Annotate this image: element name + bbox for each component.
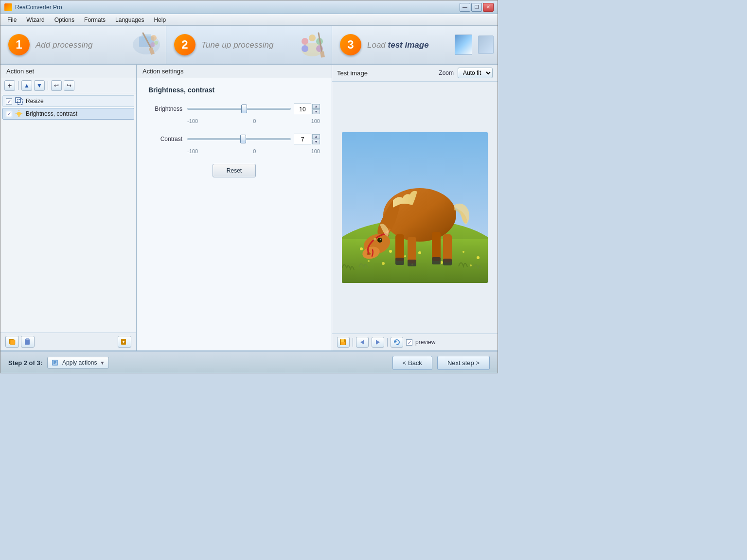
footer-sep-2 bbox=[387, 338, 388, 347]
footer-btn-copy[interactable] bbox=[5, 336, 19, 348]
resize-icon bbox=[15, 97, 23, 105]
brightness-zero: 0 bbox=[253, 118, 256, 124]
brightness-spinner: ▲ ▼ bbox=[312, 104, 320, 114]
svg-rect-62 bbox=[443, 234, 452, 262]
apply-icon bbox=[52, 359, 59, 366]
add-action-button[interactable]: + bbox=[4, 80, 15, 91]
move-up-button[interactable]: ▲ bbox=[21, 80, 32, 91]
preview-checkbox[interactable]: ✓ bbox=[406, 339, 412, 346]
action-set-panel: Action set + ▲ ▼ ↩ ↪ ✓ Resize ✓ bbox=[0, 65, 137, 350]
restore-button[interactable]: ❐ bbox=[471, 3, 482, 12]
action-set-toolbar: + ▲ ▼ ↩ ↪ bbox=[0, 78, 136, 93]
action-settings-header: Action settings bbox=[137, 65, 332, 78]
step-3-text: Load test image bbox=[367, 40, 429, 50]
step-indicator: Step 2 of 3: bbox=[8, 359, 42, 367]
contrast-min: -100 bbox=[187, 148, 198, 154]
svg-rect-65 bbox=[341, 339, 344, 342]
contrast-scale: -100 0 100 bbox=[148, 148, 320, 154]
action-item-brightness[interactable]: ✓ Brightness, contrast bbox=[2, 108, 134, 120]
test-image-header: Test image Zoom Auto fit 25% 50% 75% 100… bbox=[332, 65, 498, 82]
brightness-row: Brightness 10 ▲ ▼ bbox=[148, 104, 320, 114]
image-container bbox=[332, 82, 498, 333]
svg-rect-17 bbox=[18, 100, 22, 105]
svg-marker-68 bbox=[376, 340, 380, 345]
undo-button[interactable]: ↩ bbox=[51, 80, 62, 91]
test-image-display bbox=[342, 132, 488, 283]
add-file-icon bbox=[121, 338, 128, 345]
brightness-slider-container[interactable] bbox=[187, 104, 291, 114]
svg-point-19 bbox=[17, 112, 21, 116]
step-2-decoration bbox=[293, 26, 332, 64]
brightness-track[interactable] bbox=[187, 108, 291, 110]
action-label-brightness: Brightness, contrast bbox=[26, 110, 77, 117]
save-image-button[interactable] bbox=[337, 337, 350, 348]
action-set-header: Action set bbox=[0, 65, 136, 78]
test-image-footer: ✓ preview bbox=[332, 333, 498, 350]
menu-wizard[interactable]: Wizard bbox=[21, 16, 49, 24]
brightness-scale: -100 0 100 bbox=[148, 118, 320, 124]
menu-formats[interactable]: Formats bbox=[79, 16, 110, 24]
reset-button[interactable]: Reset bbox=[213, 164, 256, 177]
step-2-section[interactable]: 2 Tune up processing bbox=[166, 26, 332, 64]
menu-help[interactable]: Help bbox=[149, 16, 171, 24]
test-image-panel: Test image Zoom Auto fit 25% 50% 75% 100… bbox=[332, 65, 498, 350]
step-1-section[interactable]: 1 Add processing bbox=[0, 26, 166, 64]
brightness-down[interactable]: ▼ bbox=[312, 109, 320, 114]
close-button[interactable]: ✕ bbox=[483, 3, 494, 12]
step-3-decoration bbox=[455, 26, 494, 64]
svg-point-10 bbox=[309, 35, 316, 41]
step-2-text: Tune up processing bbox=[201, 40, 273, 50]
action-checkbox-brightness[interactable]: ✓ bbox=[6, 111, 12, 117]
next-button[interactable]: Next step > bbox=[437, 356, 490, 370]
settings-title: Brightness, contrast bbox=[148, 86, 320, 94]
contrast-track[interactable] bbox=[187, 138, 291, 140]
refresh-button[interactable] bbox=[391, 337, 403, 348]
paste-icon bbox=[24, 338, 32, 345]
brightness-value[interactable]: 10 bbox=[294, 104, 311, 114]
brightness-up[interactable]: ▲ bbox=[312, 104, 320, 109]
move-down-button[interactable]: ▼ bbox=[34, 80, 45, 91]
contrast-value[interactable]: 7 bbox=[294, 134, 311, 144]
step-2-number: 2 bbox=[174, 34, 196, 55]
titlebar: ReaConverter Pro — ❐ ✕ bbox=[0, 0, 498, 14]
action-item-resize[interactable]: ✓ Resize bbox=[2, 95, 134, 107]
back-button[interactable]: < Back bbox=[392, 356, 432, 370]
brightness-thumb[interactable] bbox=[241, 105, 247, 113]
footer-btn-paste[interactable] bbox=[21, 336, 35, 348]
menu-languages[interactable]: Languages bbox=[110, 16, 149, 24]
step-3-section[interactable]: 3 Load test image bbox=[332, 26, 498, 64]
svg-rect-60 bbox=[432, 232, 441, 261]
contrast-label: Contrast bbox=[148, 136, 187, 142]
svg-rect-58 bbox=[408, 237, 416, 263]
prev-icon bbox=[358, 339, 366, 346]
nav-back-image-button[interactable] bbox=[356, 337, 369, 348]
footer-btn-add[interactable] bbox=[118, 336, 131, 348]
zoom-select[interactable]: Auto fit 25% 50% 75% 100% 150% 200% bbox=[458, 68, 493, 78]
contrast-slider-container[interactable] bbox=[187, 134, 291, 144]
svg-point-54 bbox=[380, 239, 381, 240]
nav-next-image-button[interactable] bbox=[372, 337, 384, 348]
step-banner: 1 Add processing 2 Tune up processing bbox=[0, 26, 498, 65]
menu-options[interactable]: Options bbox=[50, 16, 79, 24]
copy-icon bbox=[8, 338, 16, 345]
action-checkbox-resize[interactable]: ✓ bbox=[6, 98, 12, 105]
action-dropdown[interactable]: Apply actions ▼ bbox=[47, 357, 109, 368]
contrast-down[interactable]: ▼ bbox=[312, 140, 320, 144]
svg-rect-61 bbox=[432, 257, 441, 264]
contrast-row: Contrast 7 ▲ ▼ bbox=[148, 134, 320, 144]
dropdown-arrow: ▼ bbox=[100, 360, 105, 366]
horse-svg bbox=[342, 132, 488, 283]
menu-file[interactable]: File bbox=[2, 16, 21, 24]
action-label-resize: Resize bbox=[26, 98, 44, 105]
svg-point-42 bbox=[477, 256, 480, 259]
zoom-label: Zoom bbox=[439, 70, 454, 76]
brightness-max: 100 bbox=[311, 118, 320, 124]
contrast-up[interactable]: ▲ bbox=[312, 134, 320, 139]
app-icon bbox=[4, 3, 12, 11]
action-settings-panel: Action settings Brightness, contrast Bri… bbox=[137, 65, 332, 350]
minimize-button[interactable]: — bbox=[460, 3, 470, 12]
redo-button[interactable]: ↪ bbox=[64, 80, 74, 91]
contrast-max: 100 bbox=[311, 148, 320, 154]
svg-point-3 bbox=[151, 35, 157, 41]
contrast-thumb[interactable] bbox=[240, 135, 246, 143]
